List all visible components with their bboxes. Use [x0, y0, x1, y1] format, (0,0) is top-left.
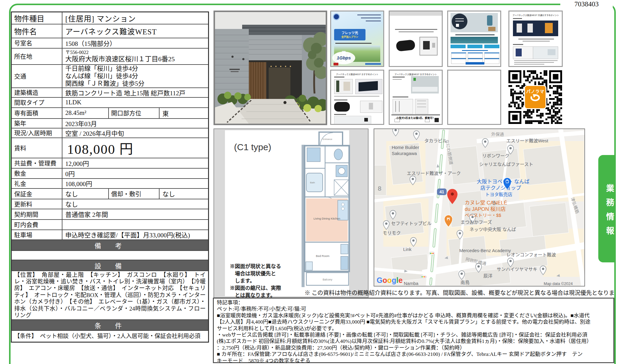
note-line: サービス利用料として月1,650円(税込)が必要です。	[217, 325, 610, 332]
thumbnail-speaker-page	[389, 11, 443, 67]
field-value: 28.45m²	[62, 108, 109, 119]
deco-fixture	[548, 49, 555, 55]
note-line: ペット:可/事務所:不可/小型犬:可/猫:可	[217, 306, 610, 312]
floorplan-note-line: します。	[230, 277, 281, 285]
business-info-tab[interactable]: 業務情報	[598, 155, 615, 262]
thumbnail-recommend-points-1: アーバネックス難波WEST 共通おすすめポイント	[508, 11, 563, 67]
section-content: 【条件】 ペット相談（小型犬、猫可）・2人入居可能・保証会社利用必須	[11, 331, 209, 342]
deco-step	[468, 52, 483, 58]
room-label-bed: Bed Room	[316, 254, 330, 258]
deco-line-v	[399, 101, 400, 112]
field-value: 鉄筋コンクリート造 地上15階 総戸数112戸	[62, 88, 209, 97]
deco-step	[484, 58, 499, 64]
deco-shelf	[343, 82, 350, 91]
map-label: Link	[403, 247, 412, 252]
svg-text:41: 41	[439, 189, 444, 194]
field-label: 礼金	[11, 179, 62, 188]
photo-holder	[360, 101, 382, 113]
thumb-title: アーバネックス難波WEST おすすめポイント	[393, 73, 438, 76]
deco-line	[365, 63, 381, 65]
panorama-qr-code: パノラマ	[508, 70, 562, 125]
deco-line	[395, 29, 437, 30]
floorplan-note-line: 場合は現状優先と	[230, 270, 281, 277]
section-band: 設 備	[11, 260, 209, 271]
table-row: 町内会費	[11, 220, 209, 230]
note-line: ：2,750円（税込/月額）・新品鍵交換費用：27,500円（税込/契約時）・鍵…	[217, 345, 610, 351]
building-photo	[214, 11, 327, 125]
table-row: 敷金0円	[11, 168, 209, 179]
map-label: 5	[492, 199, 496, 206]
table-row: 更新料なし	[11, 199, 209, 209]
flets-hikari-box: フレッツ光 全戸加入プラン	[334, 29, 365, 40]
deco-line	[334, 100, 347, 100]
panorama-arrow-icon	[529, 94, 542, 103]
floorplan-notes: ※図面が現状と異なる 場合は現状優先と します。※図面の縮尺は、実際 とは異なり…	[230, 263, 281, 299]
deco-line	[357, 14, 381, 15]
deco-line	[366, 21, 381, 21]
hero-photo	[451, 13, 498, 32]
deco-shelf	[417, 100, 426, 101]
google-logo-letter: o	[382, 276, 387, 284]
note-line: 【2人入居】月4,400円■退去時ハウスクリーニング費用33,000円 ■電気契…	[217, 319, 610, 325]
field-label: 敷金	[11, 168, 62, 179]
thumbnail-recommend-points-3: アーバネックス難波WEST おすすめポイント 小型犬1匹または猫1匹、飼育可！	[389, 70, 443, 125]
google-logo-letter: g	[392, 276, 396, 284]
field-value: 12,000円	[62, 158, 209, 168]
field-value: 108,000 円	[62, 138, 209, 158]
deco-door	[517, 24, 522, 33]
table-row: 【位置】 角部屋・最上階 【キッチン】 ガスコンロ 【水廻り】 トイレ・浴室乾燥…	[11, 271, 209, 320]
photo-intercom	[513, 46, 535, 59]
mini-qr-icon	[435, 118, 439, 122]
deco-line	[334, 96, 379, 97]
flets-label: フレッツ光	[334, 30, 365, 35]
deco-tv	[364, 118, 368, 122]
table-row: 備 考	[11, 240, 209, 251]
cat-icon	[425, 119, 430, 122]
deco-caption	[451, 45, 466, 48]
table-row: 号室名1508（15階部分）	[11, 38, 209, 48]
deco-qr	[456, 24, 459, 27]
map-label: セフティトップビル	[391, 221, 432, 226]
field-value: 申込時空き確認要/【平面】月33,000円(税込)	[62, 230, 209, 240]
postal-code: 〒556-0022	[65, 49, 207, 55]
table-row: 建築構造鉄筋コンクリート造 地上15階 総戸数112戸	[11, 88, 209, 97]
map[interactable]: 41タカラビル外保通エスリード難波WestHome BuilderSakurag…	[374, 128, 585, 286]
field-label: 保証金	[11, 188, 62, 199]
field-label: 建築構造	[11, 88, 62, 97]
deco-plant	[336, 81, 339, 92]
thumb-title: アーバネックス難波WEST おすすめポイント	[334, 73, 380, 76]
photo-multispace	[334, 79, 353, 94]
map-label: ペーストリー・$$	[465, 213, 501, 218]
panorama-label: パノラマ	[525, 88, 546, 94]
field-label: 賃料	[11, 138, 62, 158]
map-label: リボンワーク	[482, 153, 509, 158]
room-label-bath: Bath	[310, 181, 315, 184]
deco-line	[514, 64, 544, 65]
field-value	[62, 220, 209, 230]
table-row: 契約期間普通借家 2年間	[11, 209, 209, 220]
deco-device	[432, 43, 435, 48]
field-label: 償却・敷引	[109, 188, 159, 199]
field-value: 1LDK	[62, 97, 209, 108]
map-label: モリモク	[383, 230, 401, 236]
deco-line	[513, 18, 522, 19]
field-label: 駐車場	[11, 230, 62, 240]
field-label: 号室名	[11, 38, 62, 48]
map-label: エスリード難波West	[506, 138, 549, 143]
deco-line	[393, 77, 405, 78]
field-label: 所在地	[11, 48, 62, 65]
room-label-entrance: Entrance	[323, 138, 333, 141]
field-value: なし	[159, 188, 209, 199]
deco-line	[455, 34, 495, 35]
table-row: 設 備	[11, 260, 209, 271]
field-value: 普通借家 2年間	[62, 209, 209, 220]
floorplan-note-line: ※図面の縮尺は、実際	[230, 285, 281, 292]
map-label: 外保通	[491, 132, 504, 137]
steps-grid	[451, 52, 497, 63]
field-label: 更新料	[11, 199, 62, 209]
table-row: 物件種目[住居用] マンション	[11, 12, 209, 24]
field-label: 契約期間	[11, 209, 62, 220]
photo-closet	[393, 99, 413, 114]
deco-shelf	[417, 106, 426, 107]
table-row: 所在地〒556-0022大阪府大阪市浪速区桜川１丁目6番25	[11, 48, 209, 65]
